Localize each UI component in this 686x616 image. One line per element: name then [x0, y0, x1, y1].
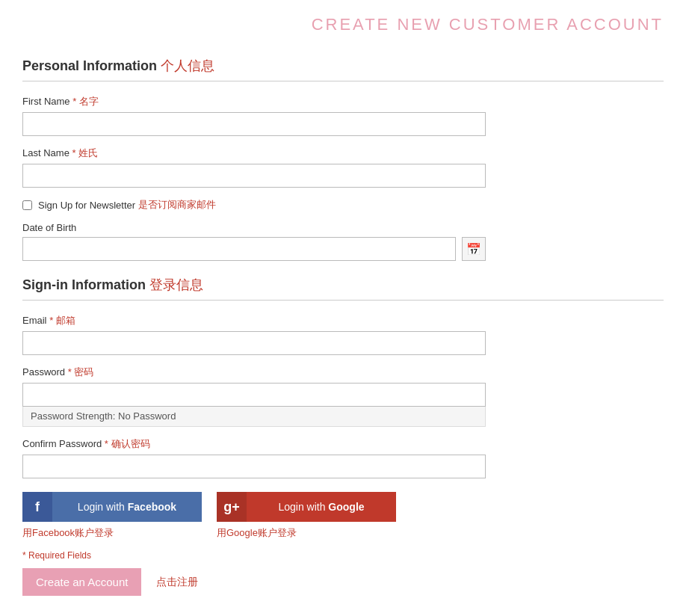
dob-label: Date of Birth	[22, 222, 664, 233]
last-name-input[interactable]	[22, 164, 486, 188]
first-name-field: First Name * 名字	[22, 95, 664, 136]
required-note: * Required Fields	[22, 550, 664, 561]
calendar-icon[interactable]: 📅	[462, 237, 486, 261]
confirm-password-label: Confirm Password * 确认密码	[22, 437, 664, 451]
facebook-zh-label: 用Facebook账户登录	[22, 526, 114, 540]
personal-info-divider	[22, 81, 664, 81]
first-name-label: First Name * 名字	[22, 95, 664, 108]
email-input[interactable]	[22, 331, 486, 355]
dob-input[interactable]	[22, 237, 456, 261]
google-col: g+ Login with Google 用Google账户登录	[217, 492, 396, 540]
password-strength: Password Strength: No Password	[22, 406, 486, 427]
facebook-login-button[interactable]: f Login with Facebook	[22, 492, 202, 522]
password-input[interactable]	[22, 383, 486, 407]
google-login-button[interactable]: g+ Login with Google	[217, 492, 396, 522]
dob-field: Date of Birth 📅	[22, 222, 664, 261]
password-label: Password * 密码	[22, 366, 664, 379]
signin-info-divider	[22, 300, 664, 301]
form-footer: * Required Fields Create an Account 点击注册	[22, 550, 664, 596]
facebook-col: f Login with Facebook 用Facebook账户登录	[22, 492, 202, 540]
personal-info-section: Personal Information 个人信息 First Name * 名…	[22, 57, 664, 261]
last-name-label: Last Name * 姓氏	[22, 147, 664, 160]
google-zh-label: 用Google账户登录	[217, 526, 297, 540]
social-login-row: f Login with Facebook 用Facebook账户登录 g+ L…	[22, 492, 664, 540]
signin-info-heading: Sign-in Information 登录信息	[22, 276, 664, 294]
create-zh-label: 点击注册	[156, 576, 198, 589]
page-title: CREATE NEW CUSTOMER ACCOUNT	[22, 15, 664, 34]
create-account-button[interactable]: Create an Account	[22, 568, 141, 596]
google-icon: g+	[217, 492, 247, 522]
confirm-password-input[interactable]	[22, 455, 486, 478]
google-button-text: Login with Google	[247, 501, 396, 513]
password-field: Password * 密码 Password Strength: No Pass…	[22, 366, 664, 427]
email-field: Email * 邮箱	[22, 314, 664, 355]
dob-row: 📅	[22, 237, 664, 261]
signin-info-section: Sign-in Information 登录信息 Email * 邮箱 Pass…	[22, 276, 664, 478]
facebook-icon: f	[22, 492, 52, 522]
last-name-field: Last Name * 姓氏	[22, 147, 664, 188]
email-label: Email * 邮箱	[22, 314, 664, 327]
confirm-password-field: Confirm Password * 确认密码	[22, 437, 664, 478]
facebook-button-text: Login with Facebook	[52, 501, 202, 513]
personal-info-heading: Personal Information 个人信息	[22, 57, 664, 75]
newsletter-row: Sign Up for Newsletter 是否订阅商家邮件	[22, 198, 664, 212]
first-name-input[interactable]	[22, 112, 486, 136]
create-row: Create an Account 点击注册	[22, 568, 664, 596]
newsletter-checkbox[interactable]	[22, 200, 32, 210]
